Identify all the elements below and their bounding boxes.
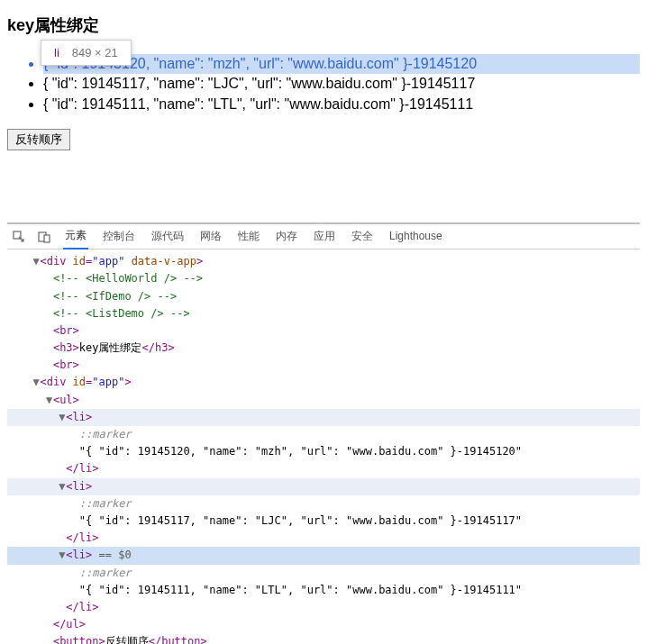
- dom-tree-row[interactable]: </li>: [7, 460, 640, 477]
- tooltip-tag: li: [54, 46, 59, 59]
- devtools-tab[interactable]: 控制台: [101, 224, 137, 249]
- dom-tree-row[interactable]: "{ "id": 19145111, "name": "LTL", "url":…: [7, 582, 640, 599]
- dom-tree-row[interactable]: ▼<div id="app" data-v-app>: [7, 253, 640, 270]
- devtools-tab[interactable]: 内存: [274, 224, 299, 249]
- list-item: { "id": 19145117, "name": "LJC", "url": …: [43, 74, 640, 94]
- devtools-tab[interactable]: 安全: [350, 224, 375, 249]
- devtools-tabs: 元素控制台源代码网络性能内存应用安全Lighthouse: [7, 224, 640, 249]
- dom-tree-row[interactable]: </li>: [7, 599, 640, 616]
- reverse-button[interactable]: 反转顺序: [7, 129, 70, 150]
- dom-tree-row[interactable]: ::marker: [7, 426, 640, 443]
- dom-tree-row[interactable]: "{ "id": 19145117, "name": "LJC", "url":…: [7, 512, 640, 530]
- dom-tree-row[interactable]: ::marker: [7, 495, 640, 512]
- dom-tree-row[interactable]: ::marker: [7, 565, 640, 582]
- dom-tree-row[interactable]: "{ "id": 19145120, "name": "mzh", "url":…: [7, 443, 640, 460]
- elements-panel[interactable]: ▼<div id="app" data-v-app> <!-- <HelloWo…: [7, 249, 640, 644]
- device-icon[interactable]: [38, 231, 50, 243]
- dom-tree-row[interactable]: ▼<div id="app">: [7, 374, 640, 391]
- list-item: { "id": 19145111, "name": "LTL", "url": …: [43, 95, 640, 114]
- dom-tree-row[interactable]: ▼<ul>: [7, 392, 640, 409]
- devtools-tab[interactable]: 元素: [63, 223, 88, 249]
- tooltip-dimensions: 849 × 21: [72, 46, 118, 59]
- inspect-icon[interactable]: [13, 231, 25, 243]
- list-item: { "id": 19145120, "name": "mzh", "url": …: [43, 54, 640, 74]
- devtools-tab[interactable]: 源代码: [150, 224, 186, 249]
- dom-tree-row[interactable]: <h3>key属性绑定</h3>: [7, 340, 640, 357]
- svg-rect-2: [44, 235, 50, 242]
- page-title: key属性绑定: [7, 14, 640, 36]
- dom-tree-row[interactable]: ▼<li>: [7, 409, 640, 426]
- devtools-tab[interactable]: 应用: [312, 224, 337, 249]
- dom-tree-row[interactable]: <br>: [7, 357, 640, 374]
- devtools-tab[interactable]: 网络: [198, 224, 223, 249]
- dom-tree-row[interactable]: </li>: [7, 530, 640, 547]
- devtools-tab[interactable]: 性能: [236, 224, 261, 249]
- devtools-tab[interactable]: Lighthouse: [387, 224, 444, 249]
- dom-tree-row[interactable]: ▼<li>: [7, 478, 640, 495]
- dom-tree-row[interactable]: ▼<li> == $0: [7, 547, 640, 564]
- dom-tree-row[interactable]: <br>: [7, 322, 640, 340]
- element-tooltip: li 849 × 21: [41, 40, 132, 66]
- dom-tree-row[interactable]: </ul>: [7, 616, 640, 633]
- dom-tree-row[interactable]: <button>反转顺序</button>: [7, 633, 640, 644]
- dom-tree-row[interactable]: <!-- <IfDemo /> -->: [7, 288, 640, 305]
- dom-tree-row[interactable]: <!-- <HelloWorld /> -->: [7, 270, 640, 287]
- dom-tree-row[interactable]: <!-- <ListDemo /> -->: [7, 305, 640, 322]
